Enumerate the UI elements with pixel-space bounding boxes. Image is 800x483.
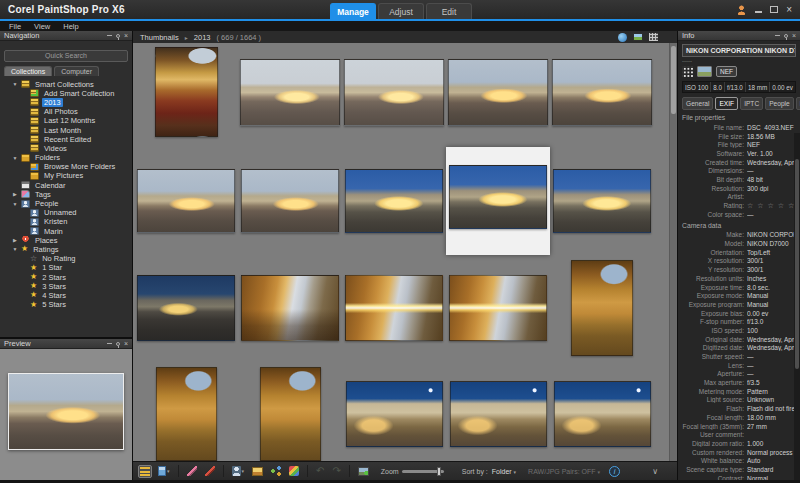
photo-thumbnail[interactable]	[241, 275, 339, 341]
zoom-slider-thumb[interactable]	[437, 467, 441, 476]
photo-thumbnail[interactable]	[344, 59, 444, 126]
nav-item-my-pictures[interactable]: My Pictures	[4, 171, 128, 180]
photo-thumbnail[interactable]	[448, 59, 548, 126]
image-view-icon[interactable]	[633, 33, 643, 41]
nav-item-recent-edited[interactable]: Recent Edited	[4, 135, 128, 144]
menu-view[interactable]: View	[34, 22, 50, 31]
photo-thumbnail[interactable]	[260, 367, 321, 461]
nav-item-all-photos[interactable]: All Photos	[4, 107, 128, 116]
photo-thumbnail[interactable]	[552, 59, 652, 126]
breadcrumb-root[interactable]: Thumbnails	[140, 33, 179, 42]
photo-thumbnail[interactable]	[553, 169, 651, 233]
pen-red-icon[interactable]	[203, 464, 217, 478]
nav-item-add-smart-collection[interactable]: Add Smart Collection	[4, 89, 128, 98]
menu-help[interactable]: Help	[63, 22, 78, 31]
panel-minimize-icon[interactable]	[107, 35, 112, 36]
nav-item-no-rating[interactable]: ☆No Rating	[4, 254, 128, 263]
photo-thumbnail[interactable]	[137, 169, 235, 233]
photo-thumbnail[interactable]	[241, 169, 339, 233]
breadcrumb-folder[interactable]: 2013	[194, 33, 211, 42]
quick-search-input[interactable]	[4, 50, 128, 62]
selected-photo-frame[interactable]	[446, 147, 550, 255]
grid-view-icon[interactable]	[649, 33, 658, 41]
collect-tray-icon[interactable]	[356, 465, 371, 478]
info-tab-iptc[interactable]: IPTC	[740, 97, 763, 110]
map-view-icon[interactable]	[618, 33, 627, 42]
info-tab-exif[interactable]: EXIF	[715, 97, 738, 110]
grid-scrollbar[interactable]	[669, 43, 677, 461]
nav-item-last-12-months[interactable]: Last 12 Months	[4, 116, 128, 125]
minimize-button[interactable]	[755, 11, 762, 13]
expander-icon[interactable]: ▼	[12, 81, 18, 87]
expander-icon[interactable]: ▶	[12, 237, 18, 243]
tab-adjust[interactable]: Adjust	[378, 3, 424, 19]
panel-minimize-icon[interactable]	[107, 343, 112, 344]
nav-item-2-stars[interactable]: ★2 Stars	[4, 272, 128, 281]
photo-thumbnail[interactable]	[449, 275, 547, 341]
raw-jpg-pairs-dropdown[interactable]: RAW/JPG Pairs: OFF ▾	[528, 468, 600, 475]
tab-edit[interactable]: Edit	[426, 3, 472, 19]
thumbnail-list-icon[interactable]	[138, 465, 152, 478]
photo-thumbnail[interactable]	[155, 47, 218, 137]
thumbnail-grid-icon[interactable]	[682, 66, 693, 77]
expander-icon[interactable]: ▶	[12, 191, 18, 197]
nav-item-unnamed[interactable]: Unnamed	[4, 208, 128, 217]
nav-item-4-stars[interactable]: ★4 Stars	[4, 291, 128, 300]
info-toggle-button[interactable]: i	[609, 466, 620, 477]
info-tab-general[interactable]: General	[682, 97, 713, 110]
expander-icon[interactable]: ▼	[12, 246, 18, 252]
user-account-icon[interactable]	[737, 5, 747, 15]
photo-thumbnail[interactable]	[345, 275, 443, 341]
photo-thumbnail[interactable]	[450, 381, 547, 447]
photo-thumbnail[interactable]	[156, 367, 217, 461]
nav-item-people[interactable]: ▼People	[4, 199, 128, 208]
map-photo-icon[interactable]	[250, 465, 265, 478]
panel-minimize-icon[interactable]	[775, 35, 780, 36]
photo-thumbnail[interactable]	[240, 59, 340, 126]
info-tab-people[interactable]: People	[765, 97, 794, 110]
nav-item-browse-more-folders[interactable]: Browse More Folders	[4, 162, 128, 171]
nav-tab-computer[interactable]: Computer	[54, 66, 99, 76]
panel-pin-icon[interactable]	[116, 34, 120, 38]
grid-scrollbar-thumb[interactable]	[671, 46, 676, 114]
photo-thumbnail[interactable]	[346, 381, 443, 447]
panel-close-icon[interactable]: ×	[792, 32, 796, 39]
panel-close-icon[interactable]: ×	[124, 340, 128, 347]
collapse-tray-button[interactable]: ∨	[652, 467, 658, 476]
nav-item-3-stars[interactable]: ★3 Stars	[4, 282, 128, 291]
photo-thumbnail[interactable]	[571, 260, 633, 356]
expander-icon[interactable]: ▼	[12, 155, 18, 161]
panel-pin-icon[interactable]	[784, 34, 788, 38]
info-scrollbar-thumb[interactable]	[795, 159, 799, 369]
pen-pink-icon[interactable]	[185, 464, 199, 478]
restore-button[interactable]	[770, 6, 778, 13]
nav-item-kristen[interactable]: Kristen	[4, 217, 128, 226]
sort-by-dropdown[interactable]: Folder ▾	[492, 468, 516, 475]
nav-item-videos[interactable]: Videos	[4, 144, 128, 153]
nav-item-2013[interactable]: 2013	[4, 98, 128, 107]
info-tab-places[interactable]: Places	[796, 97, 800, 110]
menu-file[interactable]: File	[9, 22, 21, 31]
photo-thumbnail[interactable]	[137, 275, 235, 341]
nav-item-5-stars[interactable]: ★5 Stars	[4, 300, 128, 309]
info-pane-icon[interactable]: ▾	[156, 464, 172, 478]
palette-icon[interactable]	[287, 464, 301, 478]
photo-thumbnail[interactable]	[554, 381, 651, 447]
tab-manage[interactable]: Manage	[330, 3, 376, 19]
photo-thumbnail[interactable]	[449, 165, 547, 229]
nav-tab-collections[interactable]: Collections	[4, 66, 52, 76]
nav-item-marin[interactable]: Marin	[4, 227, 128, 236]
info-scrollbar[interactable]	[794, 133, 800, 480]
nav-item-1-star[interactable]: ★1 Star	[4, 263, 128, 272]
nav-item-last-month[interactable]: Last Month	[4, 125, 128, 134]
nav-item-folders[interactable]: ▼Folders	[4, 153, 128, 162]
close-button[interactable]: ×	[786, 5, 792, 15]
nav-item-tags[interactable]: ▶Tags	[4, 190, 128, 199]
share-icon[interactable]	[269, 464, 283, 478]
expander-icon[interactable]: ▼	[12, 201, 18, 207]
photo-thumbnail[interactable]	[345, 169, 443, 233]
nav-item-smart-collections[interactable]: ▼Smart Collections	[4, 80, 128, 89]
panel-close-icon[interactable]: ×	[124, 32, 128, 39]
nav-item-calendar[interactable]: Calendar	[4, 181, 128, 190]
nav-item-ratings[interactable]: ▼★Ratings	[4, 245, 128, 254]
